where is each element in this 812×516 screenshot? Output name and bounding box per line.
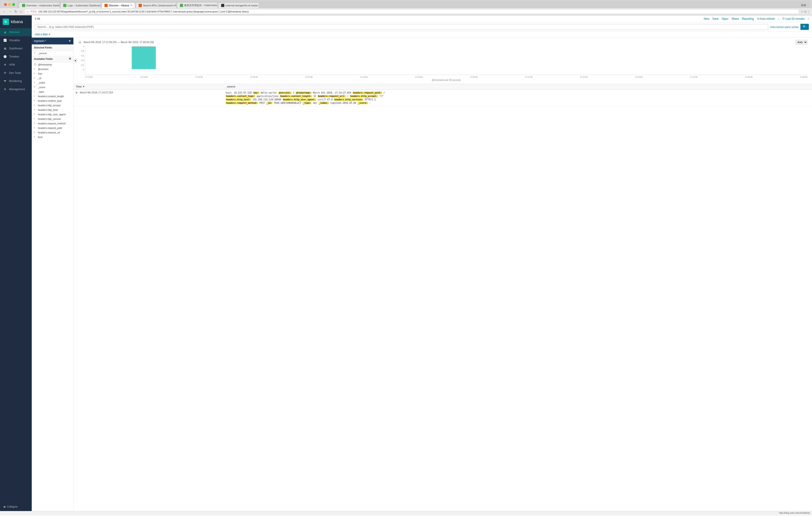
auto-refresh-button[interactable]: ⟲ Auto-refresh: [757, 17, 775, 20]
chart-container: 1 0.8 0.6 0.4 0.2 0: [78, 45, 808, 75]
open-button[interactable]: Open: [722, 17, 728, 20]
field-item-source[interactable]: ? _source: [32, 51, 74, 56]
sidebar-label-management: Management: [9, 88, 25, 91]
filter-row: Add a filter +: [32, 31, 812, 38]
header-actions: New Save Open Share Reporting ⟲ Auto-ref…: [704, 17, 809, 20]
field-type-say: t: [34, 72, 37, 75]
field-item-index[interactable]: t _index: [32, 81, 74, 85]
results-table: Time ▼ _source ▶: [74, 84, 812, 106]
sidebar-item-management[interactable]: ⚙ Management: [0, 85, 32, 93]
sidebar-label-apm: APM: [9, 63, 15, 66]
field-item-user-agent[interactable]: t headers.http_user_agent: [32, 112, 74, 117]
maximize-window-btn[interactable]: [12, 3, 15, 6]
field-item-content-length[interactable]: t headers.content_length: [32, 94, 74, 98]
field-item-content-type[interactable]: t headers.content_type: [32, 98, 74, 103]
cast-icon[interactable]: ◴: [804, 10, 807, 13]
tab-logs[interactable]: Logs – Kubernetes Dashboard ✕: [60, 2, 101, 8]
field-item-timestamp[interactable]: ◯ @timestamp: [32, 62, 74, 67]
field-item-http-host[interactable]: t headers.http_host: [32, 108, 74, 112]
tab-discover[interactable]: Discover – Kibana ✕: [102, 2, 135, 8]
forward-btn[interactable]: →: [8, 9, 13, 14]
minimize-window-btn[interactable]: [8, 3, 11, 6]
field-item-request-uri[interactable]: t headers.request_uri: [32, 130, 74, 135]
field-item-say[interactable]: t Say: [32, 71, 74, 76]
field-item-id[interactable]: t _id: [32, 76, 74, 81]
new-button[interactable]: New: [704, 17, 709, 20]
reporting-button[interactable]: Reporting: [742, 17, 754, 20]
chart-expand-collapse-btn[interactable]: ▼: [74, 59, 77, 62]
field-type-timestamp: ◯: [34, 63, 37, 66]
close-window-btn[interactable]: [4, 3, 7, 6]
sidebar-item-discover[interactable]: ◕ Discover: [0, 28, 32, 36]
right-panel: ▲ March 6th 2018, 17:11:56.291 — March 6…: [74, 38, 812, 511]
left-panel: logstash-* ▼ Selected Fields ? _source A…: [32, 38, 74, 511]
tab-bar: Overview – Kubernetes Dashb... ✕ Logs – …: [17, 1, 810, 8]
window-controls: [2, 1, 17, 8]
tab-icon-external: [221, 4, 224, 7]
tab-cluster[interactable]: 集群及应用监控 – Kubernetes... ✕: [177, 2, 218, 8]
back-btn[interactable]: ←: [2, 9, 7, 14]
reload-btn[interactable]: ↻: [13, 9, 18, 14]
sidebar-item-apm[interactable]: ❖ APM: [0, 61, 32, 69]
field-item-version[interactable]: t @version: [32, 67, 74, 71]
tab-external[interactable]: external-storage/nfs at maste... ✕: [218, 2, 259, 8]
tab-search-apis[interactable]: Search APIs | Elasticsearch Re... ✕: [136, 2, 176, 8]
sidebar-item-dashboard[interactable]: ▦ Dashboard: [0, 44, 32, 53]
field-item-host[interactable]: t host: [32, 135, 74, 139]
sidebar-item-visualize[interactable]: 📈 Visualize: [0, 36, 32, 44]
insecure-label: 不安全: [30, 10, 37, 13]
field-name-content-type: headers.content_type: [38, 99, 71, 102]
chart-area: ▲ March 6th 2018, 17:11:56.291 — March 6…: [74, 38, 812, 84]
chart-interval-select[interactable]: Auto: [795, 40, 808, 44]
chart-collapse-btn[interactable]: ▲: [78, 40, 82, 44]
index-pattern[interactable]: logstash-* ▼: [32, 38, 74, 44]
address-bar[interactable]: ⚠ 不安全 192.168.115.210:30730/app/kibana#/…: [25, 9, 799, 14]
source-key-doc-index: _index:: [319, 102, 329, 104]
field-item-http-accept[interactable]: t headers.http_accept: [32, 103, 74, 108]
row-expand-btn[interactable]: ▶: [76, 91, 78, 94]
table-header-row: Time ▼ _source: [74, 84, 812, 89]
sidebar-item-devtools[interactable]: ⚒ Dev Tools: [0, 69, 32, 77]
save-button[interactable]: Save: [712, 17, 719, 20]
sidebar-collapse-btn[interactable]: ◀ Collapse: [0, 503, 32, 511]
tab-close-discover[interactable]: ✕: [130, 4, 132, 7]
prev-time-btn[interactable]: ‹: [778, 17, 779, 20]
home-btn[interactable]: ⌂: [19, 9, 23, 14]
collapse-label: Collapse: [7, 505, 18, 508]
sidebar-item-timelion[interactable]: 🕐 Timelion: [0, 53, 32, 61]
browser-chrome: Overview – Kubernetes Dashb... ✕ Logs – …: [0, 0, 812, 16]
sidebar: K kibana ◕ Discover 📈 Visualize ▦ Dashbo…: [0, 16, 32, 511]
sidebar-label-discover: Discover: [9, 31, 20, 34]
tab-overview[interactable]: Overview – Kubernetes Dashb... ✕: [19, 2, 60, 8]
menu-icon[interactable]: ⋮: [808, 10, 810, 13]
table-cell-source: host: 10.233.97.128 Say: Hello world! @v…: [223, 89, 812, 106]
field-item-request-method[interactable]: t headers.request_method: [32, 121, 74, 126]
field-item-score[interactable]: # _score: [32, 85, 74, 89]
next-time-btn[interactable]: ›: [808, 17, 809, 20]
devtools-icon: ⚒: [3, 71, 7, 75]
source-key-doc-score: _score:: [357, 102, 368, 104]
field-item-request-path[interactable]: t headers.request_path: [32, 126, 74, 130]
search-input[interactable]: [37, 25, 766, 29]
field-type-request-path: t: [34, 127, 37, 129]
field-name-score: _score: [38, 86, 71, 89]
field-item-type[interactable]: t _type: [32, 89, 74, 94]
x-label-0: 17:13:00: [85, 76, 93, 78]
sidebar-item-monitoring[interactable]: ❤ Monitoring: [0, 77, 32, 85]
source-key-request-uri: headers.request_uri:: [318, 95, 346, 97]
tab-label-search-apis: Search APIs | Elasticsearch Re...: [143, 4, 176, 7]
search-button[interactable]: 🔍: [801, 24, 809, 30]
source-key-request-method: headers.request_method:: [226, 102, 258, 104]
sidebar-label-visualize: Visualize: [9, 39, 20, 42]
fields-settings-icon[interactable]: ⚙: [69, 57, 71, 60]
main-content: 1 hit New Save Open Share Reporting ⟲ Au…: [32, 16, 812, 511]
add-filter-link[interactable]: Add a filter +: [35, 33, 50, 36]
field-item-http-version[interactable]: t headers.http_version: [32, 117, 74, 121]
chart-plot-area: 17:13:00 17:14:00 17:15:00 17:16:00 17:1…: [85, 45, 808, 75]
bookmark-icon[interactable]: ☆: [801, 10, 803, 13]
time-range-button[interactable]: ⏱ Last 15 minutes: [782, 17, 805, 20]
table-header-time[interactable]: Time ▼: [74, 84, 223, 89]
share-button[interactable]: Share: [731, 17, 739, 20]
source-key-http-accept: headers.http_accept:: [350, 95, 378, 97]
content-area: logstash-* ▼ Selected Fields ? _source A…: [32, 38, 812, 511]
